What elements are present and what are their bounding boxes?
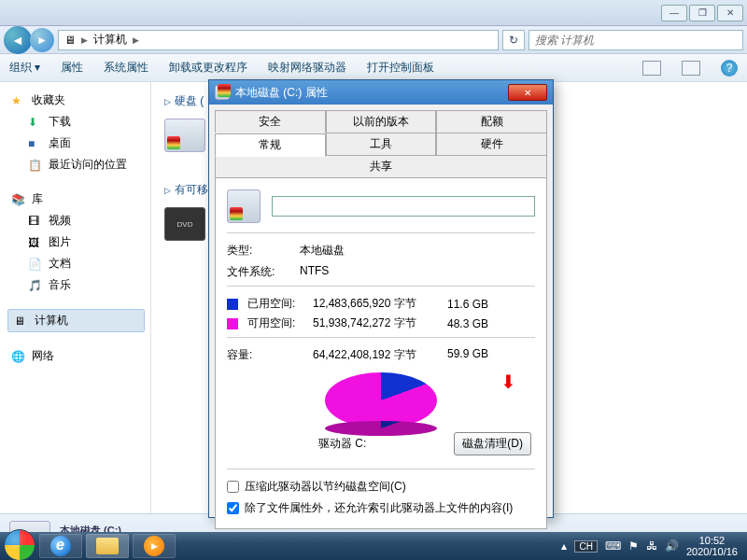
index-checkbox[interactable] <box>227 502 239 514</box>
disk-icon <box>215 85 230 100</box>
arrow-down-icon: ⬇ <box>500 371 516 393</box>
fs-label: 文件系统: <box>227 264 292 280</box>
tab-quota[interactable]: 配额 <box>436 110 547 133</box>
star-icon: ★ <box>11 94 26 107</box>
tab-security[interactable]: 安全 <box>215 110 326 133</box>
tab-tools[interactable]: 工具 <box>326 133 437 155</box>
compress-checkbox[interactable] <box>227 481 239 493</box>
chevron-right-icon: ▶ <box>133 35 139 45</box>
breadcrumb[interactable]: 🖥 ▶ 计算机 ▶ <box>58 30 499 50</box>
sidebar-documents[interactable]: 📄文档 <box>7 253 150 274</box>
sidebar-computer[interactable]: 🖥计算机 <box>7 309 145 332</box>
tab-general[interactable]: 常规 <box>215 133 326 157</box>
dvd-icon: DVD <box>164 207 205 241</box>
refresh-button[interactable]: ↻ <box>502 30 525 50</box>
clock-date: 2020/10/16 <box>686 546 738 557</box>
sidebar-videos[interactable]: 🎞视频 <box>7 210 150 231</box>
window-titlebar: — ❐ ✕ <box>0 0 747 26</box>
maximize-button[interactable]: ❐ <box>689 5 715 21</box>
dialog-title: 本地磁盘 (C:) 属性 <box>235 85 502 101</box>
sidebar-recent[interactable]: 📋最近访问的位置 <box>7 154 150 175</box>
language-indicator[interactable]: CH <box>574 540 597 553</box>
picture-icon: 🖼 <box>28 236 43 249</box>
document-icon: 📄 <box>28 258 43 271</box>
drive-label: 驱动器 C: <box>231 436 454 452</box>
taskbar-media-player[interactable] <box>133 534 176 558</box>
control-panel-button[interactable]: 打开控制面板 <box>367 60 434 76</box>
video-icon: 🎞 <box>28 215 43 228</box>
help-icon[interactable]: ? <box>721 60 738 77</box>
used-label: 已用空间: <box>247 296 309 312</box>
network-icon[interactable]: 🖧 <box>646 539 657 553</box>
tray-up-icon[interactable]: ▴ <box>561 539 567 553</box>
taskbar-ie[interactable] <box>39 534 82 558</box>
computer-icon: 🖥 <box>64 34 76 47</box>
computer-icon: 🖥 <box>14 315 29 328</box>
toolbar: 组织 ▾ 属性 系统属性 卸载或更改程序 映射网络驱动器 打开控制面板 ? <box>0 54 747 82</box>
taskbar-clock[interactable]: 10:52 2020/10/16 <box>686 535 738 557</box>
system-tray: ▴ CH ⌨ ⚑ 🖧 🔊 10:52 2020/10/16 <box>561 535 743 557</box>
tab-hardware[interactable]: 硬件 <box>436 133 547 155</box>
breadcrumb-computer[interactable]: 计算机 <box>93 32 127 48</box>
tab-previous-versions[interactable]: 以前的版本 <box>326 110 437 133</box>
disk-cleanup-button[interactable]: 磁盘清理(D) <box>454 432 531 455</box>
volume-icon[interactable]: 🔊 <box>665 539 679 553</box>
preview-pane-button[interactable] <box>682 61 700 76</box>
keyboard-icon[interactable]: ⌨ <box>605 539 621 553</box>
tab-bar: 安全 以前的版本 配额 常规 工具 硬件 共享 <box>215 110 547 178</box>
disk-icon <box>227 189 261 223</box>
capacity-gb: 59.9 GB <box>447 347 503 363</box>
minimize-button[interactable]: — <box>661 5 687 21</box>
sidebar-favorites[interactable]: ★收藏夹 <box>7 90 150 111</box>
organize-menu[interactable]: 组织 ▾ <box>9 60 40 76</box>
free-gb: 48.3 GB <box>447 317 503 330</box>
music-icon: 🎵 <box>28 279 43 292</box>
sidebar-downloads[interactable]: ⬇下载 <box>7 111 150 133</box>
dialog-titlebar[interactable]: 本地磁盘 (C:) 属性 ✕ <box>209 80 553 105</box>
disk-icon <box>164 119 205 152</box>
properties-dialog: 本地磁盘 (C:) 属性 ✕ 安全 以前的版本 配额 常规 工具 硬件 共享 类… <box>208 79 554 518</box>
uninstall-button[interactable]: 卸载或更改程序 <box>169 60 247 76</box>
sidebar-desktop[interactable]: ■桌面 <box>7 133 150 154</box>
sidebar-network[interactable]: 🌐网络 <box>7 345 150 367</box>
used-gb: 11.6 GB <box>447 298 503 311</box>
free-label: 可用空间: <box>247 315 309 331</box>
sidebar-libraries[interactable]: 📚库 <box>7 189 150 210</box>
search-input[interactable] <box>529 30 743 50</box>
close-button[interactable]: ✕ <box>717 5 743 21</box>
capacity-label: 容量: <box>227 347 309 363</box>
back-button[interactable]: ◄ <box>4 26 32 54</box>
chevron-right-icon: ▶ <box>81 35 88 45</box>
start-button[interactable] <box>4 529 35 561</box>
folder-icon <box>96 538 119 554</box>
clock-time: 10:52 <box>686 535 738 546</box>
type-value: 本地磁盘 <box>300 243 535 259</box>
sidebar-music[interactable]: 🎵音乐 <box>7 274 150 296</box>
map-drive-button[interactable]: 映射网络驱动器 <box>268 60 346 76</box>
nav-sidebar: ★收藏夹 ⬇下载 ■桌面 📋最近访问的位置 📚库 🎞视频 🖼图片 📄文档 🎵音乐… <box>0 82 151 513</box>
sidebar-pictures[interactable]: 🖼图片 <box>7 231 150 253</box>
forward-button[interactable]: ► <box>30 28 54 52</box>
tab-general-content: 类型: 本地磁盘 文件系统: NTFS 已用空间: 12,483,665,920… <box>215 178 547 529</box>
media-player-icon <box>144 536 164 556</box>
volume-label-input[interactable] <box>272 196 535 217</box>
system-properties-button[interactable]: 系统属性 <box>104 60 148 76</box>
tab-sharing[interactable]: 共享 <box>215 155 547 177</box>
capacity-bytes: 64,422,408,192 字节 <box>313 347 444 363</box>
compress-label: 压缩此驱动器以节约磁盘空间(C) <box>245 479 406 495</box>
download-icon: ⬇ <box>28 116 43 129</box>
view-options-button[interactable] <box>642 61 661 76</box>
fs-value: NTFS <box>300 264 535 280</box>
taskbar-explorer[interactable] <box>86 534 129 558</box>
library-icon: 📚 <box>11 193 26 206</box>
ie-icon <box>50 536 71 556</box>
dialog-close-button[interactable]: ✕ <box>508 84 547 101</box>
compress-checkbox-row[interactable]: 压缩此驱动器以节约磁盘空间(C) <box>227 479 535 495</box>
usage-pie-chart <box>325 372 437 428</box>
properties-button[interactable]: 属性 <box>61 60 83 76</box>
index-checkbox-row[interactable]: 除了文件属性外，还允许索引此驱动器上文件的内容(I) <box>227 500 535 516</box>
desktop-icon: ■ <box>28 137 43 150</box>
free-color-swatch <box>227 318 238 329</box>
index-label: 除了文件属性外，还允许索引此驱动器上文件的内容(I) <box>245 500 513 516</box>
action-center-icon[interactable]: ⚑ <box>628 539 639 553</box>
